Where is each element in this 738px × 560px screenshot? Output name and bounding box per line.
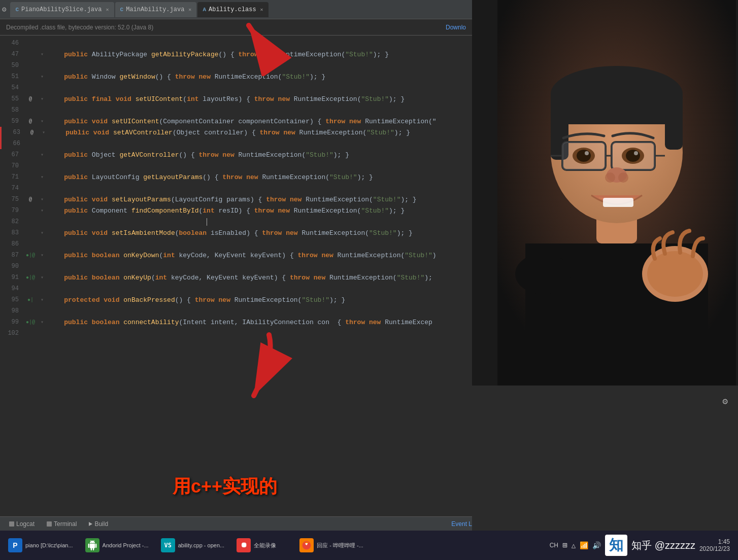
person-illustration [497,0,736,386]
line-num-55: 55 [0,95,23,102]
svg-point-18 [577,150,591,162]
line-num-86: 86 [0,240,23,248]
line-content-67: public Object getAVController() { throw … [46,151,472,159]
line-num-59: 59 [0,118,23,125]
android-taskbar-label: Andorid Project -... [103,542,149,548]
taskbar-android[interactable]: Andorid Project -... [80,534,154,556]
main-tab-label: MainAbility.java [126,6,184,13]
taskbar: P piano [D:\lcz\pian... Andorid Project … [0,531,738,560]
tab-piano[interactable]: C PianoAbilitySlice.java ✕ [10,2,114,17]
android-taskbar-icon [85,538,99,552]
bottom-bar: Logcat Terminal Build Event L [0,516,472,531]
up-arrow-sys-icon: △ [572,541,576,550]
fold-47: ▾ [38,51,46,57]
code-line-47: 47 ▾ public AbilityPackage getAbilityPac… [0,49,472,60]
fold-67: ▾ [38,152,46,158]
tab-ability[interactable]: A Ability.class ✕ [197,2,268,17]
line-num-70: 70 [0,162,23,169]
logcat-icon [9,521,14,527]
gear-icon-overlay[interactable]: ⚙ [722,396,728,407]
code-line-99: 99 ●|@ ▾ public boolean connectAbility(I… [0,317,472,328]
ability-tab-close[interactable]: ✕ [260,7,263,13]
line-content-87: public boolean onKeyDown(int keyCode, Ke… [46,252,472,259]
svg-point-24 [618,172,628,183]
grid-icon[interactable]: ⊞ [562,540,567,550]
line-num-79: 79 [0,207,23,214]
line-num-50: 50 [0,62,23,69]
gutter-95: ●| [23,297,38,303]
line-num-83: 83 [0,229,23,236]
svg-rect-6 [551,94,683,124]
code-area: 46 47 ▾ public AbilityPackage getAbility… [0,36,472,386]
code-lines: 46 47 ▾ public AbilityPackage getAbility… [0,36,472,386]
fold-75: ▾ [38,196,46,202]
code-line-63: 63 @ ▾ public void setAVController(Objec… [0,127,472,138]
taskbar-ability-cpp[interactable]: VS ability.cpp - open... [156,534,230,556]
chrome-taskbar-label: 回应 - 哗哩哗哩 -... [317,542,363,549]
build-icon [89,522,92,526]
line-content-83: public void setIsAmbientMode(boolean isE… [46,229,472,237]
info-bar: Decompiled .class file, bytecode version… [0,19,472,36]
info-bar-text: Decompiled .class file, bytecode version… [6,24,153,31]
line-num-71: 71 [0,173,23,181]
code-line-46: 46 [0,38,472,49]
fold-91: ▾ [38,274,46,281]
line-num-91: 91 [0,274,23,281]
code-line-98: 98 [0,305,472,317]
line-num-46: 46 [0,40,23,47]
line-num-102: 102 [0,330,23,337]
code-line-58: 58 [0,104,472,116]
fold-99: ▾ [38,319,46,325]
svg-point-20 [585,151,589,155]
terminal-tab[interactable]: Terminal [44,519,80,529]
build-label: Build [94,520,108,528]
line-content-71: public LayoutConfig getLayoutParams() { … [46,173,472,181]
code-line-51: 51 ▾ public Window getWindow() { throw n… [0,71,472,82]
piano-tab-icon: C [15,7,19,13]
line-content-63: public void setAVController(Object contr… [48,129,472,136]
build-tab[interactable]: Build [86,519,111,529]
code-line-87: 87 ●|@ ▾ public boolean onKeyDown(int ke… [0,250,472,261]
logcat-tab[interactable]: Logcat [6,519,38,529]
main-tab-close[interactable]: ✕ [188,7,191,13]
line-num-54: 54 [0,84,23,91]
volume-icon: 🔊 [592,541,601,550]
code-line-83: 83 ▾ public void setIsAmbientMode(boolea… [0,227,472,238]
download-link[interactable]: Downlo [446,24,466,31]
date-display: 2020/12/23 [699,545,730,552]
code-line-86: 86 [0,238,472,250]
taskbar-recorder[interactable]: ⏺ 全能录像 [231,534,292,556]
piano-tab-close[interactable]: ✕ [106,7,109,13]
zhihu-handle: 知乎 @zzzzzz [631,539,695,552]
code-line-54: 54 [0,82,472,93]
gutter-75: @ [23,197,38,202]
ability-tab-icon: A [203,7,206,13]
code-line-74: 74 [0,183,472,194]
taskbar-piano[interactable]: P piano [D:\lcz\pian... [3,534,78,556]
code-line-71: 71 ▾ public LayoutConfig getLayoutParams… [0,171,472,183]
tab-main[interactable]: C MainAbility.java ✕ [115,2,197,17]
line-num-58: 58 [0,107,23,114]
code-line-79: 79 ▾ public Component findComponentById(… [0,205,472,216]
line-num-90: 90 [0,263,23,270]
logcat-label: Logcat [16,520,35,528]
settings-icon[interactable]: ⚙ [2,5,6,14]
line-num-98: 98 [0,307,23,314]
line-content-59: public void setUIContent(ComponentContai… [46,118,472,125]
code-line-91: 91 ●|@ ▾ public boolean onKeyUp(int keyC… [0,272,472,283]
event-log-tab[interactable]: Event L [451,520,472,528]
line-content-95: protected void onBackPressed() { throw n… [46,296,472,304]
line-num-75: 75 [0,196,23,203]
recorder-taskbar-icon: ⏺ [237,538,251,552]
line-num-74: 74 [0,185,23,192]
tab-bar: ⚙ C PianoAbilitySlice.java ✕ C MainAbili… [0,0,472,19]
code-line-94: 94 [0,283,472,294]
taskbar-chrome[interactable]: 回应 - 哗哩哗哩 -... [294,534,368,556]
taskbar-right: CH ⊞ △ 📶 🔊 知 知乎 @zzzzzz 1:45 2020/12/23 [550,535,735,556]
fold-59: ▾ [38,118,46,124]
code-line-75: 75 @ ▾ public void setLayoutParams(Layou… [0,194,472,205]
line-content-51: public Window getWindow() { throw new Ru… [46,73,472,81]
time-display: 1:45 [699,538,730,545]
ch-label: CH [550,542,558,549]
terminal-label: Terminal [54,520,77,528]
